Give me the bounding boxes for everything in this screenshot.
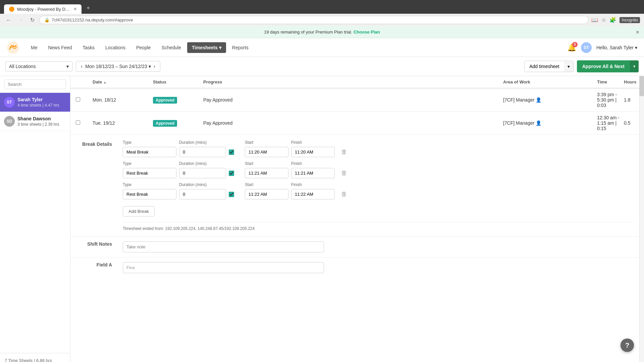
table-row-1[interactable]: Tue. 19/12 Approved Pay Approved [7CF] M…: [70, 112, 639, 135]
nav-links: Me News Feed Tasks Locations People Sche…: [26, 42, 567, 53]
nav-newsfeed[interactable]: News Feed: [43, 42, 76, 53]
add-timesheet-main-button[interactable]: Add timesheet: [525, 61, 564, 72]
col-hours: Hours: [624, 79, 634, 84]
break-col-start-label: Start: [245, 140, 288, 145]
tab-close-icon[interactable]: ✕: [73, 7, 77, 11]
timesheets-dropdown-arrow: ▾: [219, 45, 221, 50]
nav-schedule[interactable]: Schedule: [157, 42, 186, 53]
nav-people[interactable]: People: [131, 42, 156, 53]
add-timesheet-dropdown-button[interactable]: ▾: [564, 61, 573, 72]
break-start-2[interactable]: [245, 189, 288, 199]
browser-tab[interactable]: 🟠 Moodjoy - Powered By Deputy ✕: [4, 4, 82, 14]
break-headers: Type Duration (mins) Start Finish: [123, 140, 634, 145]
sidebar: ST Sarah Tyler 4 time sheets | 4.47 hrs …: [0, 76, 70, 362]
svg-point-1: [12, 45, 14, 47]
location-label: All Locations: [9, 64, 36, 69]
row1-checkbox[interactable]: [76, 120, 93, 126]
scroll-thumb[interactable]: [639, 76, 644, 96]
break-finish-2[interactable]: [291, 189, 335, 199]
trial-banner-close[interactable]: ×: [636, 28, 639, 36]
break-row-0: 🗑: [123, 147, 634, 157]
user-avatar: ST: [581, 42, 592, 53]
break-headers-2: Type Duration (mins) Start Finish: [123, 182, 634, 187]
row0-date: Mon. 18/12: [93, 97, 153, 103]
row1-area: [7CF] Manager 👤: [503, 120, 597, 126]
shift-notes-section: Shift Notes: [70, 237, 639, 257]
date-dropdown-arrow[interactable]: ▾: [149, 64, 151, 69]
add-break-button[interactable]: Add Break: [123, 206, 155, 217]
break-delete-1[interactable]: 🗑: [337, 170, 351, 177]
browser-actions: 📖 ☆ 🧩 Incognito: [591, 17, 640, 23]
date-prev-button[interactable]: ‹: [79, 63, 84, 69]
nav-timesheets[interactable]: Timesheets ▾: [187, 42, 226, 53]
reading-mode-icon[interactable]: 📖: [591, 17, 598, 23]
break-finish-0[interactable]: [291, 147, 335, 157]
break-duration-1[interactable]: [179, 168, 226, 178]
person-name-1: Shane Dawson: [17, 116, 59, 121]
app-logo[interactable]: [7, 41, 19, 54]
scrollbar[interactable]: [639, 76, 644, 362]
forward-button[interactable]: →: [16, 16, 25, 24]
break-type-0[interactable]: [123, 147, 176, 157]
break-duration-0[interactable]: [179, 147, 226, 157]
person-avatar-1: SD: [4, 116, 15, 127]
row0-hours: 1.8: [624, 97, 634, 103]
search-input[interactable]: [4, 79, 66, 89]
date-nav: ‹ Mon 18/12/23 – Sun 24/12/23 ▾ ›: [76, 61, 160, 72]
date-next-button[interactable]: ›: [152, 63, 157, 69]
row0-status: Approved: [153, 97, 203, 103]
location-select[interactable]: All Locations ▾: [5, 61, 72, 71]
row0-checkbox[interactable]: [76, 97, 93, 103]
nav-tasks[interactable]: Tasks: [78, 42, 99, 53]
bookmark-icon[interactable]: ☆: [601, 17, 606, 23]
url-text: 7cf47d19112152.na.deputy.com/#approve: [52, 17, 133, 22]
nav-locations[interactable]: Locations: [101, 42, 130, 53]
field-a-section: Field A: [70, 257, 639, 278]
reload-button[interactable]: ↻: [28, 16, 37, 24]
notifications-button[interactable]: 🔔 5: [567, 43, 576, 52]
lock-icon: 🔒: [44, 17, 50, 22]
choose-plan-link[interactable]: Choose Plan: [354, 29, 380, 35]
sidebar-footer: 7 Time Sheets | 6.86 hrs: [0, 353, 70, 362]
break-delete-2[interactable]: 🗑: [337, 191, 351, 198]
content-area: ST Sarah Tyler 4 time sheets | 4.47 hrs …: [0, 76, 644, 362]
break-finish-1[interactable]: [291, 168, 335, 178]
help-button[interactable]: ?: [621, 339, 634, 352]
nav-me[interactable]: Me: [26, 42, 42, 53]
break-delete-0[interactable]: 🗑: [337, 148, 351, 156]
break-type-2[interactable]: [123, 189, 176, 199]
break-duration-2[interactable]: [179, 189, 226, 199]
break-check-2[interactable]: [229, 192, 234, 197]
date-sort-icon: ▲: [103, 80, 107, 84]
break-start-0[interactable]: [245, 147, 288, 157]
break-start-1[interactable]: [245, 168, 288, 178]
person-item-0[interactable]: ST Sarah Tyler 4 time sheets | 4.47 hrs: [0, 93, 70, 112]
nav-reports[interactable]: Reports: [227, 42, 253, 53]
person-avatar-0: ST: [4, 97, 15, 108]
break-type-1[interactable]: [123, 168, 176, 178]
field-a-input[interactable]: [123, 262, 324, 273]
approve-all-main-button[interactable]: Approve All & Next: [577, 60, 630, 72]
table-row-0[interactable]: Mon. 18/12 Approved Pay Approved [7CF] M…: [70, 88, 639, 112]
approve-all-dropdown-button[interactable]: ▾: [630, 61, 639, 72]
user-dropdown-arrow: ▾: [635, 45, 637, 50]
shift-notes-input[interactable]: [123, 241, 324, 252]
person-item-1[interactable]: SD Shane Dawson 3 time sheets | 2.39 hrs: [0, 112, 70, 131]
extensions-icon[interactable]: 🧩: [609, 17, 616, 23]
add-timesheet-button-group: Add timesheet ▾: [524, 61, 574, 72]
address-bar[interactable]: 🔒 7cf47d19112152.na.deputy.com/#approve: [39, 16, 589, 24]
user-greeting[interactable]: Hello, Sarah Tyler ▾: [596, 45, 637, 50]
col-date[interactable]: Date ▲: [93, 79, 153, 84]
break-check-1[interactable]: [229, 171, 234, 176]
row1-hours: 0.5: [624, 120, 634, 126]
nav-right: 🔔 5 ST Hello, Sarah Tyler ▾: [567, 42, 637, 53]
break-col-finish-label: Finish: [291, 140, 335, 145]
app: 19 days remaining of your Premium Plan t…: [0, 26, 644, 362]
back-button[interactable]: ←: [4, 16, 13, 24]
col-time: Time: [597, 79, 624, 84]
person-name-0: Sarah Tyler: [17, 97, 59, 102]
break-check-0[interactable]: [229, 149, 234, 155]
new-tab-button[interactable]: +: [82, 3, 94, 14]
person-sub-0: 4 time sheets | 4.47 hrs: [17, 103, 59, 108]
browser-chrome: 🟠 Moodjoy - Powered By Deputy ✕ +: [0, 0, 644, 14]
